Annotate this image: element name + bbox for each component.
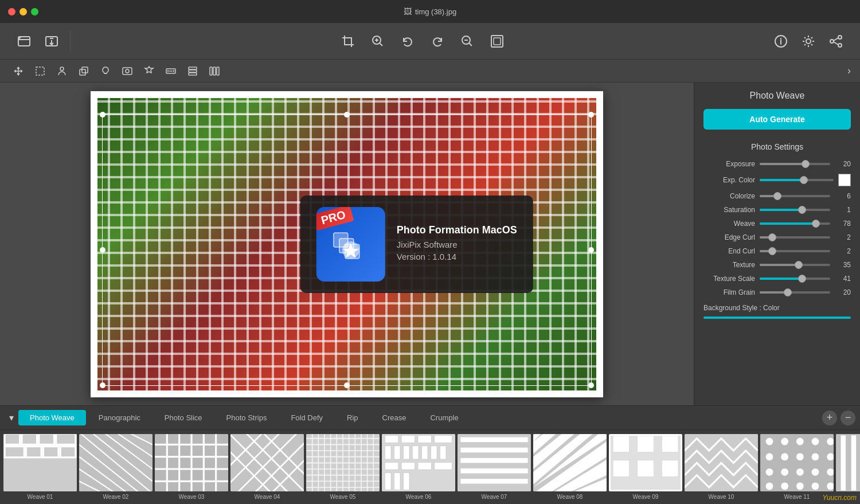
slider-thumb[interactable]: [802, 160, 810, 168]
select-person-tool[interactable]: [53, 62, 71, 80]
thumb-item-9[interactable]: Weave 09: [609, 434, 682, 500]
zoom-out-button[interactable]: [455, 29, 480, 54]
thumb-item-3[interactable]: Weave 03: [155, 434, 228, 500]
bottom-tabs: ▾ Photo WeavePanographicPhoto SlicePhoto…: [0, 405, 860, 429]
slider-thumb[interactable]: [784, 288, 792, 296]
slider-thumb[interactable]: [768, 233, 776, 241]
tab-photo-strips[interactable]: Photo Strips: [215, 410, 279, 425]
thumb-item-6[interactable]: Weave 06: [382, 434, 455, 500]
tab-photo-weave[interactable]: Photo Weave: [18, 410, 86, 425]
tab-panographic[interactable]: Panographic: [87, 410, 152, 425]
slider-track[interactable]: [760, 250, 830, 252]
thumb-item-12[interactable]: Weave 12: [836, 434, 860, 500]
svg-point-8: [838, 36, 842, 39]
slider-row-edge-curl: Edge Curl2: [694, 230, 860, 244]
thumb-image: [306, 434, 380, 491]
columns-tool[interactable]: [205, 62, 224, 80]
svg-rect-103: [435, 462, 452, 470]
svg-point-134: [812, 437, 819, 445]
svg-rect-151: [836, 434, 860, 491]
slider-track[interactable]: [760, 209, 830, 211]
thumb-item-10[interactable]: Weave 10: [685, 434, 758, 500]
select-copy-tool[interactable]: [75, 62, 93, 80]
slider-thumb[interactable]: [800, 176, 808, 184]
svg-rect-124: [638, 436, 654, 452]
expand-panel-button[interactable]: ›: [847, 65, 851, 77]
thumb-item-1[interactable]: Weave 01: [3, 434, 77, 500]
slider-label: Saturation: [703, 206, 755, 214]
expand-h-tool[interactable]: [162, 62, 180, 80]
svg-point-149: [812, 482, 819, 490]
svg-rect-127: [638, 460, 654, 476]
slider-label: End Curl: [703, 247, 755, 255]
slider-thumb[interactable]: [768, 247, 776, 255]
svg-rect-106: [403, 472, 409, 490]
slider-track[interactable]: [760, 236, 830, 239]
tab-crumple[interactable]: Crumple: [419, 410, 470, 425]
fit-frame-button[interactable]: [484, 29, 510, 54]
bg-style-bar: [703, 317, 851, 319]
move-tool[interactable]: [9, 62, 28, 80]
slider-thumb[interactable]: [812, 220, 820, 228]
color-swatch[interactable]: [838, 174, 851, 186]
remove-tab-button[interactable]: −: [841, 411, 855, 425]
thumb-item-8[interactable]: Weave 08: [533, 434, 607, 500]
rotate-left-button[interactable]: [395, 29, 420, 54]
svg-rect-28: [3, 434, 77, 491]
zoom-in-button[interactable]: [365, 29, 390, 54]
slider-thumb[interactable]: [773, 192, 781, 200]
thumbnails-row: Weave 01Weave 02Weave 03Weave 04Weave 05…: [0, 429, 860, 504]
mask-tool[interactable]: [140, 62, 158, 80]
slider-track[interactable]: [760, 278, 830, 280]
select-rect-tool[interactable]: [31, 62, 49, 80]
thumb-item-2[interactable]: Weave 02: [79, 434, 153, 500]
slider-thumb[interactable]: [795, 261, 803, 269]
thumb-item-4[interactable]: Weave 04: [230, 434, 304, 500]
thumb-item-7[interactable]: Weave 07: [458, 434, 531, 500]
rotate-right-button[interactable]: [425, 29, 450, 54]
main-toolbar: [0, 23, 860, 60]
tabs-collapse-button[interactable]: ▾: [5, 410, 18, 425]
crop-button[interactable]: [335, 29, 361, 54]
thumb-label: Weave 08: [557, 494, 583, 500]
svg-rect-96: [412, 446, 419, 459]
share-button[interactable]: [823, 29, 849, 54]
slider-thumb[interactable]: [798, 275, 806, 283]
svg-rect-153: [851, 435, 857, 490]
slider-value: 20: [835, 160, 851, 168]
thumb-image: [458, 434, 531, 491]
svg-rect-90: [401, 435, 415, 443]
info-button[interactable]: [768, 29, 793, 54]
thumb-label: Weave 05: [330, 494, 356, 500]
maximize-button[interactable]: [31, 8, 38, 15]
close-button[interactable]: [8, 8, 15, 15]
thumb-label: Weave 11: [784, 494, 810, 500]
tab-add-remove: + −: [822, 411, 855, 425]
slider-track[interactable]: [760, 179, 834, 181]
thumb-item-5[interactable]: Weave 05: [306, 434, 380, 500]
open-file-button[interactable]: [11, 29, 37, 54]
lightbulb-tool[interactable]: [96, 62, 115, 80]
stack-v-tool[interactable]: [183, 62, 202, 80]
slider-track[interactable]: [760, 264, 830, 266]
thumb-image: [3, 434, 77, 491]
tab-photo-slice[interactable]: Photo Slice: [153, 410, 214, 425]
tab-rip[interactable]: Rip: [335, 410, 370, 425]
slider-track[interactable]: [760, 222, 830, 225]
auto-generate-button[interactable]: Auto Generate: [703, 109, 851, 130]
slider-track[interactable]: [760, 163, 830, 165]
export-button[interactable]: [39, 29, 64, 54]
slider-track[interactable]: [760, 291, 830, 294]
slider-thumb[interactable]: [798, 206, 806, 214]
slider-track[interactable]: [760, 195, 830, 197]
add-tab-button[interactable]: +: [822, 411, 837, 425]
tab-fold-defy[interactable]: Fold Defy: [279, 410, 334, 425]
thumb-item-11[interactable]: Weave 11: [760, 434, 834, 500]
photo-tool[interactable]: [118, 62, 136, 80]
settings-button[interactable]: [796, 29, 821, 54]
canvas-area[interactable]: PRO Photo Formation MacOS: [0, 83, 694, 405]
slider-fill: [760, 278, 802, 280]
minimize-button[interactable]: [19, 8, 27, 15]
tab-crease[interactable]: Crease: [371, 410, 418, 425]
thumb-label: Weave 06: [406, 494, 432, 500]
